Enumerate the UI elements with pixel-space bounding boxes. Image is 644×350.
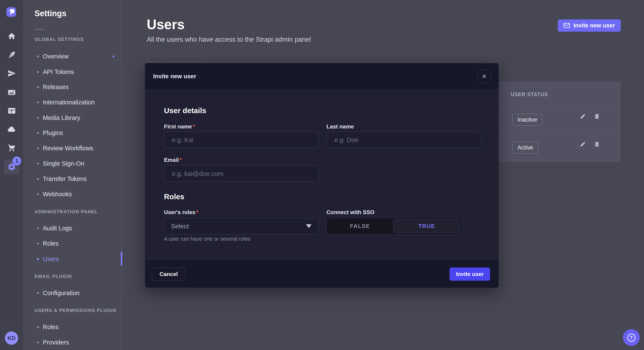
feather-icon <box>8 51 16 59</box>
sidebar-scrollbar-thumb[interactable] <box>121 252 122 266</box>
question-mark-icon: ? <box>628 334 636 342</box>
column-header-user-status: USER STATUS <box>511 92 548 97</box>
required-marker: * <box>196 209 198 215</box>
trash-icon <box>594 113 600 119</box>
sso-toggle: FALSE TRUE <box>326 218 462 234</box>
sidebar-item-audit-logs[interactable]: Audit Logs <box>37 224 72 232</box>
section-header-global-settings: GLOBAL SETTINGS <box>34 37 84 42</box>
nav-rail: 1 KD <box>0 0 24 350</box>
required-marker: * <box>193 123 195 130</box>
notification-dot <box>113 55 114 57</box>
bullet-icon <box>37 163 39 165</box>
rail-item-content-builder[interactable] <box>7 50 16 59</box>
first-name-label: First name* <box>164 123 195 130</box>
sidebar-item-review-workflows[interactable]: Review Workflows <box>37 145 93 152</box>
rail-item-home[interactable] <box>7 31 16 41</box>
bullet-icon <box>37 117 39 119</box>
last-name-field[interactable] <box>326 132 481 148</box>
sso-toggle-true[interactable]: TRUE <box>393 219 460 233</box>
sidebar-item-api-tokens[interactable]: API Tokens <box>37 68 74 75</box>
status-badge: Inactive <box>512 114 542 126</box>
rail-item-media-library[interactable] <box>7 87 16 97</box>
edit-user-button[interactable] <box>580 141 586 147</box>
section-header-administration-panel: ADMINISTRATION PANEL <box>34 209 98 214</box>
page-subtitle: All the users who have access to the Str… <box>147 36 311 43</box>
users-roles-select[interactable]: Select <box>164 218 318 234</box>
cart-icon <box>8 144 16 152</box>
images-icon <box>8 88 16 96</box>
sidebar-item-releases[interactable]: Releases <box>37 83 68 91</box>
sidebar-item-internationalization[interactable]: Internationalization <box>37 99 94 106</box>
sidebar-item-configuration[interactable]: Configuration <box>37 289 80 297</box>
bullet-icon <box>37 258 39 260</box>
invite-user-submit-button[interactable]: Invite user <box>450 268 490 281</box>
modal-header: Invite new user <box>145 63 498 90</box>
home-icon <box>8 32 16 40</box>
required-marker: * <box>180 157 182 163</box>
modal-title: Invite new user <box>153 63 196 90</box>
divider <box>34 29 44 30</box>
settings-sidebar: Settings GLOBAL SETTINGS Overview API To… <box>24 0 122 350</box>
sidebar-item-up-roles[interactable]: Roles <box>37 324 58 331</box>
invite-new-user-button[interactable]: Invite new user <box>558 19 621 32</box>
sidebar-item-admin-roles[interactable]: Roles <box>37 240 58 247</box>
sidebar-item-users[interactable]: Users <box>37 255 59 263</box>
rail-item-content-manager[interactable] <box>7 106 16 116</box>
sso-toggle-false[interactable]: FALSE <box>327 218 393 234</box>
delete-user-button[interactable] <box>594 113 600 120</box>
chevron-down-icon <box>306 224 312 228</box>
bullet-icon <box>37 178 39 180</box>
bullet-icon <box>37 132 39 134</box>
users-roles-hint: A user can have one or several roles <box>164 236 250 242</box>
divider <box>0 27 24 27</box>
divider <box>0 326 24 326</box>
sidebar-item-overview[interactable]: Overview <box>37 53 68 60</box>
bullet-icon <box>37 292 39 294</box>
page-title: Users <box>147 16 185 32</box>
envelope-icon <box>564 23 570 28</box>
email-label: Email* <box>164 157 182 163</box>
bullet-icon <box>37 227 39 229</box>
pencil-icon <box>580 141 586 147</box>
bullet-icon <box>37 193 39 195</box>
trash-icon <box>594 141 600 147</box>
layout-icon <box>8 107 16 115</box>
section-header-users-permissions-plugin: USERS & PERMISSIONS PLUGIN <box>34 308 116 313</box>
delete-user-button[interactable] <box>594 141 600 147</box>
cloud-icon <box>8 125 16 134</box>
modal-close-button[interactable] <box>478 70 491 83</box>
bullet-icon <box>37 86 39 88</box>
bullet-icon <box>37 101 39 103</box>
bullet-icon <box>37 243 39 245</box>
cancel-button[interactable]: Cancel <box>152 268 186 281</box>
strapi-logo-glyph <box>10 9 14 13</box>
email-field[interactable] <box>164 166 318 182</box>
sidebar-item-plugins[interactable]: Plugins <box>37 129 63 137</box>
pencil-icon <box>580 113 586 119</box>
user-avatar[interactable]: KD <box>5 332 18 345</box>
strapi-logo[interactable] <box>6 7 16 17</box>
status-badge: Active <box>512 142 538 154</box>
sidebar-item-transfer-tokens[interactable]: Transfer Tokens <box>37 175 87 182</box>
modal-footer: Cancel Invite user <box>145 260 498 288</box>
bullet-icon <box>37 55 39 57</box>
bullet-icon <box>37 326 39 328</box>
sidebar-title: Settings <box>34 9 66 18</box>
help-button[interactable]: ? <box>623 329 640 346</box>
sidebar-item-single-sign-on[interactable]: Single Sign-On <box>37 160 84 167</box>
sidebar-item-webhooks[interactable]: Webhooks <box>37 190 72 198</box>
first-name-field[interactable] <box>164 132 318 148</box>
connect-with-sso-label: Connect with SSO <box>326 209 374 216</box>
sidebar-item-media-library[interactable]: Media Library <box>37 114 80 121</box>
edit-user-button[interactable] <box>580 113 586 120</box>
select-value: Select <box>171 223 189 230</box>
sidebar-item-providers[interactable]: Providers <box>37 339 69 346</box>
section-header-email-plugin: EMAIL PLUGIN <box>34 274 72 279</box>
section-heading-roles: Roles <box>164 192 184 201</box>
rail-item-send[interactable] <box>7 69 16 78</box>
rail-item-marketplace[interactable] <box>7 143 16 153</box>
strapi-admin-screen: 1 KD Settings GLOBAL SETTINGS Overview A… <box>0 0 644 350</box>
rail-item-cloud[interactable] <box>7 125 16 134</box>
bullet-icon <box>37 71 39 73</box>
section-heading-user-details: User details <box>164 106 206 115</box>
